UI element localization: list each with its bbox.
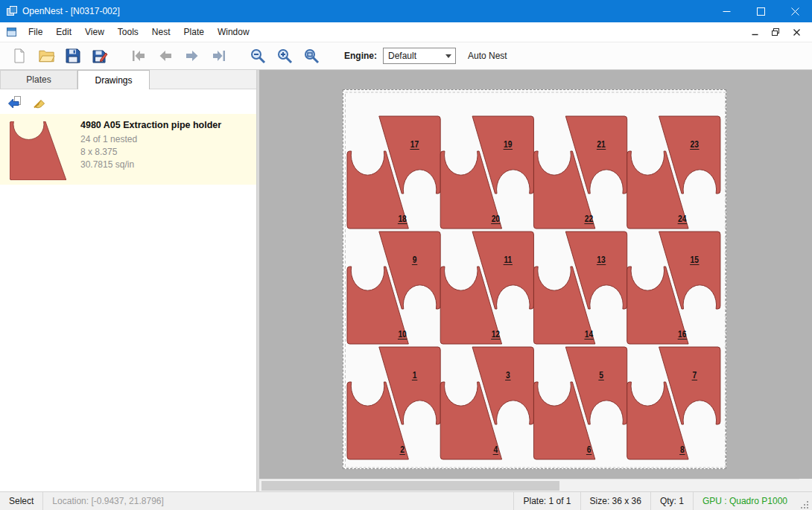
drawing-meta: 4980 A05 Extraction pipe holder 24 of 1 … <box>80 118 221 171</box>
save-icon <box>65 48 81 64</box>
horizontal-scrollbar[interactable] <box>259 479 812 491</box>
part-number[interactable]: 2 <box>400 444 405 454</box>
part-number[interactable]: 6 <box>587 444 591 454</box>
tab-plates[interactable]: Plates <box>0 70 77 89</box>
zoom-in-button[interactable] <box>271 45 298 67</box>
first-plate-button[interactable] <box>125 45 152 67</box>
part-number[interactable]: 16 <box>678 329 686 339</box>
part-number[interactable]: 22 <box>585 214 593 223</box>
nested-pair: 1920 <box>440 116 533 229</box>
part-number[interactable]: 24 <box>678 214 687 223</box>
nest-canvas[interactable]: 171819202122232491011121314151612345678 <box>259 70 812 491</box>
next-plate-icon <box>184 48 200 64</box>
zoom-out-button[interactable] <box>244 45 271 67</box>
engine-label: Engine: <box>344 51 377 61</box>
engine-selected-value: Default <box>388 51 416 61</box>
menubar: File Edit View Tools Nest Plate Window <box>0 22 812 42</box>
new-button[interactable] <box>6 45 33 67</box>
engine-select[interactable]: Default <box>383 48 456 64</box>
titlebar: OpenNest - [N0317-002] <box>0 0 812 22</box>
part-number[interactable]: 10 <box>398 329 406 339</box>
part-number[interactable]: 21 <box>597 139 606 149</box>
status-plate: Plate: 1 of 1 <box>513 492 580 510</box>
save-as-button[interactable] <box>86 45 113 67</box>
tab-drawings[interactable]: Drawings <box>77 70 150 89</box>
part-number[interactable]: 7 <box>692 370 697 380</box>
resize-grip-icon[interactable] <box>799 500 810 510</box>
chevron-down-icon <box>442 54 455 58</box>
zoom-out-icon <box>250 48 267 65</box>
mdi-close-icon <box>793 29 800 36</box>
part-number[interactable]: 4 <box>493 444 498 454</box>
part-number[interactable]: 23 <box>691 139 699 149</box>
part-number[interactable]: 12 <box>492 329 500 339</box>
minimize-button[interactable] <box>709 0 743 22</box>
nest-plate-svg[interactable]: 171819202122232491011121314151612345678 <box>343 90 727 470</box>
clear-drawings-icon <box>32 95 48 109</box>
sidebar-tabs: Plates Drawings <box>0 70 256 89</box>
menu-tools[interactable]: Tools <box>111 22 145 42</box>
nested-pair: 910 <box>347 232 440 344</box>
previous-plate-button[interactable] <box>152 45 179 67</box>
nested-pair: 1718 <box>347 116 440 229</box>
menu-edit[interactable]: Edit <box>49 22 78 42</box>
mdi-minimize-button[interactable] <box>746 25 763 39</box>
zoom-fit-icon <box>303 48 320 65</box>
drawing-list-item[interactable]: 4980 A05 Extraction pipe holder 24 of 1 … <box>0 114 256 185</box>
mdi-close-button[interactable] <box>788 25 805 39</box>
app-icon <box>6 5 18 17</box>
maximize-button[interactable] <box>743 0 778 22</box>
menu-view[interactable]: View <box>78 22 111 42</box>
document-window-icon[interactable] <box>6 27 17 37</box>
part-number[interactable]: 1 <box>413 370 417 380</box>
clear-drawings-button[interactable] <box>29 92 50 112</box>
part-number[interactable]: 20 <box>492 214 500 223</box>
nested-pair: 1516 <box>627 232 720 344</box>
auto-nest-button[interactable]: Auto Nest <box>468 51 507 61</box>
next-plate-button[interactable] <box>179 45 206 67</box>
zoom-fit-button[interactable] <box>298 45 325 67</box>
open-folder-icon <box>38 48 55 64</box>
part-number[interactable]: 8 <box>680 444 685 454</box>
replace-drawing-icon <box>7 95 22 109</box>
save-button[interactable] <box>60 45 86 67</box>
part-number[interactable]: 14 <box>585 329 594 339</box>
replace-drawing-button[interactable] <box>4 92 25 112</box>
mdi-restore-icon <box>772 28 779 36</box>
first-plate-icon <box>130 48 147 64</box>
nested-pair: 12 <box>347 347 440 459</box>
previous-plate-icon <box>157 48 174 64</box>
plate[interactable]: 171819202122232491011121314151612345678 <box>343 89 726 469</box>
sidebar: Plates Drawings <box>0 70 257 491</box>
menu-nest[interactable]: Nest <box>145 22 177 42</box>
open-button[interactable] <box>33 45 60 67</box>
app-window: OpenNest - [N0317-002] File Edit View To… <box>0 0 812 510</box>
maximize-icon <box>757 7 765 16</box>
part-number[interactable]: 3 <box>506 370 510 380</box>
nested-pair: 2324 <box>627 116 720 229</box>
menu-window[interactable]: Window <box>211 22 256 42</box>
nested-pair: 1112 <box>440 232 533 344</box>
new-document-icon <box>11 48 28 64</box>
part-number[interactable]: 18 <box>398 214 407 223</box>
menu-plate[interactable]: Plate <box>177 22 211 42</box>
menu-file[interactable]: File <box>22 22 49 42</box>
part-number[interactable]: 5 <box>599 370 603 380</box>
part-number[interactable]: 9 <box>413 255 417 264</box>
part-shape-icon <box>10 121 66 180</box>
content-area: Plates Drawings <box>0 70 812 491</box>
part-number[interactable]: 13 <box>597 255 605 264</box>
status-size: Size: 36 x 36 <box>580 492 650 510</box>
close-button[interactable] <box>778 0 812 22</box>
last-plate-button[interactable] <box>206 45 232 67</box>
part-number[interactable]: 17 <box>410 139 419 149</box>
part-number[interactable]: 15 <box>691 255 700 264</box>
nested-pair: 56 <box>533 347 627 459</box>
mdi-restore-button[interactable] <box>767 25 784 39</box>
drawing-title: 4980 A05 Extraction pipe holder <box>80 120 221 130</box>
save-as-icon <box>92 48 108 64</box>
part-number[interactable]: 19 <box>504 139 512 149</box>
part-number[interactable]: 11 <box>504 255 512 264</box>
horizontal-scrollbar-thumb[interactable] <box>261 481 559 491</box>
nested-pair: 34 <box>440 347 533 459</box>
